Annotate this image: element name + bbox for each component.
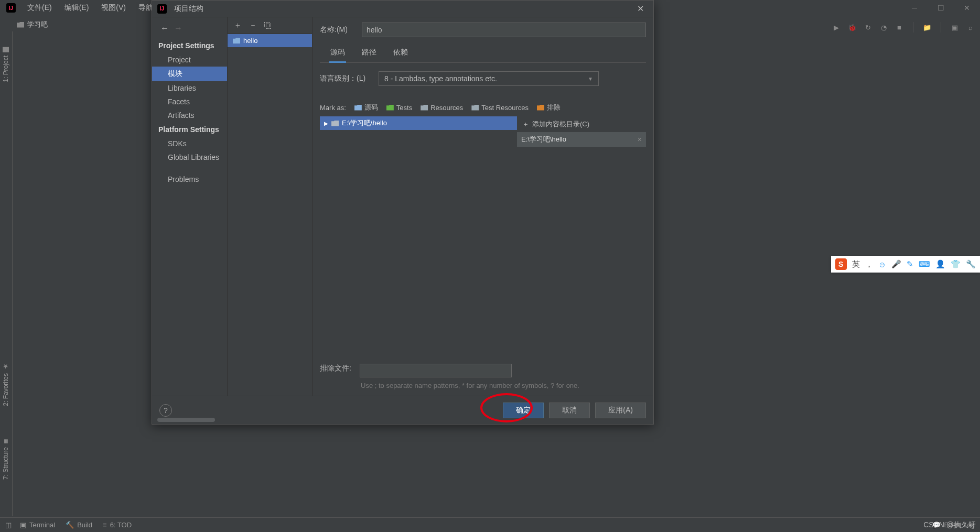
- profiler-icon[interactable]: ◔: [879, 23, 888, 31]
- exclude-files-input[interactable]: [360, 364, 512, 377]
- nav-item-sdks[interactable]: SDKs: [152, 137, 227, 150]
- dialog-title: 项目结构: [174, 4, 203, 14]
- menu-view[interactable]: 视图(V): [96, 1, 131, 15]
- mic-icon[interactable]: 🎤: [891, 259, 901, 269]
- left-sidebar: 1: Project 2: Favorites ★ 7: Structure ≣: [0, 31, 13, 516]
- mark-excluded-button[interactable]: 排除: [537, 103, 561, 112]
- skin-icon[interactable]: 👕: [951, 259, 961, 269]
- ok-button[interactable]: 确定: [503, 403, 544, 418]
- maximize-button[interactable]: ☐: [928, 0, 954, 16]
- sidebar-structure[interactable]: 7: Structure ≣: [0, 433, 12, 485]
- toolbox-icon[interactable]: 🔧: [966, 259, 976, 269]
- content-root-item[interactable]: E:\学习吧\hello ×: [517, 132, 646, 147]
- module-list-panel: ＋ － ⿻ hello: [228, 17, 313, 396]
- sidebar-structure-label: 7: Structure: [2, 447, 9, 480]
- minimize-button[interactable]: ─: [901, 0, 928, 16]
- ime-toolbar[interactable]: S 英 ， ☺ 🎤 ✎ ⌨ 👤 👕 🔧: [831, 256, 980, 273]
- module-item-label: hello: [243, 37, 257, 45]
- remove-module-button[interactable]: －: [249, 20, 257, 30]
- lang-level-value: 8 - Lambdas, type annotations etc.: [384, 74, 497, 83]
- module-name-input[interactable]: [362, 23, 646, 37]
- lang-level-dropdown[interactable]: 8 - Lambdas, type annotations etc. ▼: [379, 71, 599, 86]
- sidebar-project[interactable]: 1: Project: [0, 42, 12, 88]
- coverage-icon[interactable]: ↻: [864, 23, 872, 31]
- nav-item-global-libs[interactable]: Global Libraries: [152, 150, 227, 164]
- nav-item-modules[interactable]: 模块: [152, 67, 227, 81]
- module-item-hello[interactable]: hello: [228, 34, 312, 47]
- module-detail-panel: 名称:(M) 源码 路径 依赖 语言级别：(L) 8 - Lambdas, ty…: [313, 17, 653, 396]
- test-resources-folder-icon: [471, 105, 479, 111]
- copy-module-button[interactable]: ⿻: [264, 21, 272, 30]
- run-icon[interactable]: ▶: [832, 23, 841, 31]
- toolbar-right: ▶ 🐞 ↻ ◔ ■ 📁 ▣ ⌕: [832, 22, 975, 32]
- apply-button[interactable]: 应用(A): [595, 403, 646, 418]
- close-button[interactable]: ✕: [954, 0, 980, 16]
- app-icon: IJ: [157, 4, 167, 14]
- mark-tests-label: Tests: [396, 104, 412, 112]
- folder-shortcut-icon[interactable]: 📁: [923, 23, 931, 31]
- nav-item-libraries[interactable]: Libraries: [152, 81, 227, 95]
- module-toolbar: ＋ － ⿻: [228, 17, 312, 34]
- mark-resources-button[interactable]: Resources: [421, 104, 463, 112]
- menu-file[interactable]: 文件(E): [22, 1, 57, 15]
- emoji-icon[interactable]: ☺: [878, 260, 886, 269]
- nav-forward-button[interactable]: →: [174, 24, 182, 33]
- add-content-root-button[interactable]: ＋ 添加内容根目录(C): [517, 116, 646, 132]
- terminal-tool[interactable]: ▣Terminal: [20, 521, 55, 529]
- scrollbar-thumb[interactable]: [157, 418, 215, 422]
- dialog-titlebar[interactable]: IJ 项目结构 ✕: [152, 1, 653, 17]
- expand-icon[interactable]: ▶: [324, 121, 328, 126]
- content-roots-panel: ＋ 添加内容根目录(C) E:\学习吧\hello ×: [517, 116, 646, 336]
- detail-tabs: 源码 路径 依赖: [320, 45, 646, 63]
- remove-content-root-button[interactable]: ×: [638, 135, 642, 144]
- window-switcher-icon[interactable]: ◫: [5, 521, 12, 529]
- todo-tool[interactable]: ≡6: TOD: [103, 521, 132, 529]
- sources-tree[interactable]: ▶ E:\学习吧\hello: [320, 116, 517, 336]
- mark-test-resources-button[interactable]: Test Resources: [471, 104, 529, 112]
- terminal-icon[interactable]: ▣: [951, 23, 959, 31]
- stop-icon[interactable]: ■: [895, 23, 903, 31]
- ime-lang[interactable]: 英: [852, 259, 860, 269]
- tab-dependencies[interactable]: 依赖: [392, 45, 409, 62]
- dialog-close-button[interactable]: ✕: [633, 3, 648, 15]
- menu-edit[interactable]: 编辑(E): [59, 1, 94, 15]
- app-icon: IJ: [6, 3, 16, 13]
- help-button[interactable]: ?: [159, 404, 172, 417]
- name-label: 名称:(M): [320, 25, 353, 35]
- todo-label: 6: TOD: [110, 521, 132, 529]
- tab-sources[interactable]: 源码: [329, 45, 346, 62]
- content-root-path: E:\学习吧\hello: [521, 135, 566, 144]
- project-tab[interactable]: 学习吧: [13, 18, 52, 31]
- mark-resources-label: Resources: [430, 104, 463, 112]
- separator: [913, 22, 913, 32]
- nav-section-platform: Platform Settings: [152, 122, 227, 137]
- main-menubar: IJ 文件(E) 编辑(E) 视图(V) 导航(N: [6, 0, 166, 16]
- folder-icon: [3, 47, 9, 52]
- mark-tests-button[interactable]: Tests: [386, 104, 412, 112]
- debug-icon[interactable]: 🐞: [848, 23, 856, 31]
- sidebar-favorites[interactable]: 2: Favorites ★: [0, 357, 12, 411]
- nav-item-project[interactable]: Project: [152, 53, 227, 67]
- tree-root-item[interactable]: ▶ E:\学习吧\hello: [320, 116, 517, 130]
- add-module-button[interactable]: ＋: [234, 20, 242, 30]
- nav-item-facets[interactable]: Facets: [152, 95, 227, 108]
- mark-sources-button[interactable]: 源码: [354, 103, 378, 112]
- build-tool[interactable]: 🔨Build: [66, 521, 92, 529]
- ime-punct[interactable]: ，: [865, 259, 873, 269]
- lang-level-label: 语言级别：(L): [320, 74, 370, 83]
- edit-icon[interactable]: ✎: [907, 259, 913, 269]
- mark-as-row: Mark as: 源码 Tests Resources Test Resourc…: [320, 103, 646, 112]
- keyboard-icon[interactable]: ⌨: [919, 259, 930, 269]
- project-tab-bar: 学习吧: [13, 18, 52, 31]
- cancel-button[interactable]: 取消: [549, 403, 590, 418]
- person-icon[interactable]: 👤: [935, 259, 945, 269]
- tree-root-label: E:\学习吧\hello: [342, 118, 387, 128]
- search-icon[interactable]: ⌕: [966, 23, 975, 31]
- tab-paths[interactable]: 路径: [361, 45, 378, 62]
- build-label: Build: [77, 521, 92, 529]
- tab-label: 学习吧: [27, 20, 48, 29]
- exclude-label: 排除文件:: [320, 364, 353, 373]
- nav-item-problems[interactable]: Problems: [152, 172, 227, 186]
- nav-back-button[interactable]: ←: [160, 24, 169, 33]
- nav-item-artifacts[interactable]: Artifacts: [152, 108, 227, 122]
